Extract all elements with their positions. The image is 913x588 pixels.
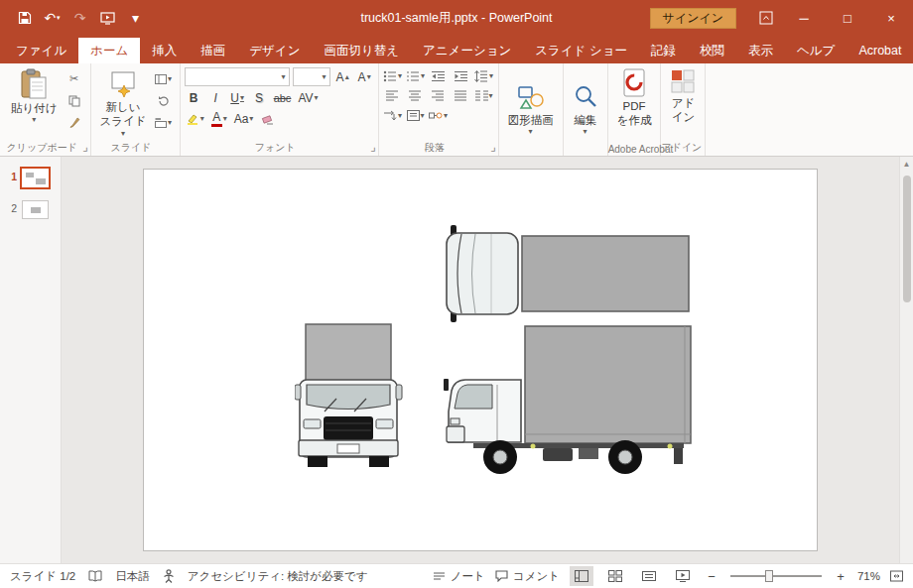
change-case-button[interactable]: Aa▾ [232, 110, 256, 128]
shape-drawing-button[interactable]: 図形描画 ▾ [503, 82, 559, 137]
align-text-icon[interactable]: ▾ [406, 107, 426, 124]
text-shadow-button[interactable]: S [250, 89, 269, 107]
paragraph-dialog-launcher-icon[interactable]: ⌟ [490, 140, 496, 154]
undo-caret-icon: ▾ [57, 14, 61, 22]
tab-view[interactable]: 表示 [736, 38, 785, 63]
convert-smartart-icon[interactable]: ▾ [429, 107, 449, 124]
highlight-color-button[interactable]: ▾ [185, 110, 206, 128]
redo-icon[interactable]: ↷ [67, 5, 92, 31]
numbering-icon[interactable]: ▾ [406, 67, 426, 84]
zoom-out-button[interactable]: − [705, 569, 718, 584]
line-spacing-icon[interactable]: ▾ [474, 67, 494, 84]
character-spacing-button[interactable]: AV▾ [296, 89, 320, 107]
vertical-scrollbar[interactable]: ▲ [899, 157, 913, 563]
font-size-combo[interactable]: ▾ [293, 67, 330, 86]
language-indicator[interactable]: 日本語 [115, 569, 150, 584]
truck-side-view-graphic[interactable] [444, 323, 698, 480]
tab-help[interactable]: ヘルプ [785, 38, 847, 63]
tab-insert[interactable]: 挿入 [140, 38, 189, 63]
slide-layout-icon[interactable]: ▾ [154, 70, 174, 87]
notes-button[interactable]: ノート [433, 569, 485, 584]
slide-canvas-area[interactable] [62, 157, 899, 563]
cut-icon[interactable]: ✂ [65, 70, 84, 87]
fit-to-window-icon[interactable] [890, 570, 903, 582]
shrink-font-button[interactable]: A▾ [355, 68, 374, 86]
tab-animations[interactable]: アニメーション [411, 38, 523, 63]
tab-transitions[interactable]: 画面切り替え [312, 38, 411, 63]
truck-top-view-graphic[interactable] [442, 224, 695, 323]
columns-icon[interactable]: ▾ [474, 87, 494, 104]
clipboard-dialog-launcher-icon[interactable]: ⌟ [82, 140, 88, 154]
indent-decrease-icon[interactable] [429, 67, 449, 84]
slideshow-view-button[interactable] [671, 566, 695, 586]
zoom-in-button[interactable]: + [834, 569, 848, 584]
reset-slide-icon[interactable] [154, 92, 174, 109]
indent-increase-icon[interactable] [452, 67, 471, 84]
truck-front-view-graphic[interactable] [295, 323, 404, 472]
minimize-button[interactable]: ─ [782, 0, 826, 36]
tab-home[interactable]: ホーム [78, 38, 140, 63]
close-button[interactable]: × [869, 0, 913, 36]
normal-view-button[interactable] [570, 566, 593, 586]
tab-acrobat[interactable]: Acrobat [847, 38, 913, 63]
font-color-button[interactable]: A ▾ [209, 110, 229, 128]
section-icon[interactable]: ▾ [154, 114, 174, 131]
slide-1-canvas[interactable] [143, 169, 818, 551]
grow-font-button[interactable]: A▴ [333, 68, 352, 86]
bold-button[interactable]: B [185, 89, 203, 107]
slide-indicator[interactable]: スライド 1/2 [10, 569, 75, 584]
tab-review[interactable]: 校閲 [688, 38, 736, 63]
slide-thumbnail-2[interactable]: 2 [0, 200, 61, 219]
smartart-caret-icon: ▾ [444, 112, 448, 120]
tab-slideshow[interactable]: スライド ショー [523, 38, 639, 63]
font-name-combo[interactable]: ▾ [185, 67, 290, 86]
accessibility-icon[interactable] [163, 569, 175, 583]
zoom-percentage[interactable]: 71% [857, 570, 880, 582]
customize-qat-icon[interactable]: ▾ [123, 5, 148, 31]
save-icon[interactable] [12, 5, 37, 31]
align-left-icon[interactable] [383, 87, 403, 104]
maximize-button[interactable]: □ [826, 0, 869, 36]
tab-record[interactable]: 記録 [639, 38, 688, 63]
ribbon-display-options-icon[interactable] [750, 11, 782, 25]
addins-button[interactable]: アド イン [665, 67, 701, 126]
scrollbar-thumb[interactable] [903, 176, 911, 302]
new-slide-button[interactable]: 新しい スライド ▾ [95, 67, 152, 139]
scroll-up-icon[interactable]: ▲ [903, 160, 911, 173]
tab-file[interactable]: ファイル [4, 38, 78, 63]
clear-formatting-icon[interactable] [258, 110, 277, 128]
sign-in-button[interactable]: サインイン [650, 8, 736, 29]
slide-thumbnail-1[interactable]: 1 [0, 169, 61, 187]
paste-label: 貼り付け [11, 101, 58, 115]
copy-icon[interactable] [65, 92, 84, 109]
start-slideshow-icon[interactable] [95, 5, 120, 31]
reading-view-button[interactable] [637, 566, 661, 586]
strikethrough-button[interactable]: abc [272, 89, 294, 107]
slide-2-thumbnail-image[interactable] [22, 200, 49, 219]
italic-button[interactable]: I [206, 89, 225, 107]
slide-sorter-view-button[interactable] [603, 566, 627, 586]
bullets-icon[interactable]: ▾ [383, 67, 403, 84]
font-dialog-launcher-icon[interactable]: ⌟ [370, 140, 376, 154]
align-right-icon[interactable] [429, 87, 449, 104]
justify-icon[interactable] [452, 87, 471, 104]
create-pdf-button[interactable]: PDF を作成 [612, 67, 657, 129]
comments-button[interactable]: コメント [495, 569, 560, 584]
spell-check-icon[interactable] [88, 570, 102, 582]
undo-icon[interactable]: ↶▾ [40, 5, 65, 31]
slide-1-thumbnail-image[interactable] [22, 169, 49, 187]
format-painter-icon[interactable] [65, 114, 84, 131]
tab-design[interactable]: デザイン [237, 38, 312, 63]
paste-button[interactable]: 貼り付け ▾ [6, 67, 63, 125]
editing-button[interactable]: 編集 ▾ [568, 82, 603, 137]
addins-label: アド イン [672, 96, 696, 125]
align-center-icon[interactable] [406, 87, 426, 104]
accessibility-status[interactable]: アクセシビリティ: 検討が必要です [188, 569, 368, 584]
text-direction-icon[interactable]: ▾ [383, 107, 403, 124]
zoom-slider[interactable] [730, 575, 822, 577]
zoom-slider-thumb[interactable] [765, 570, 773, 582]
tab-draw[interactable]: 描画 [189, 38, 237, 63]
grow-font-label: A [336, 70, 344, 84]
underline-button[interactable]: U▾ [228, 89, 247, 107]
underline-label: U [230, 91, 239, 105]
